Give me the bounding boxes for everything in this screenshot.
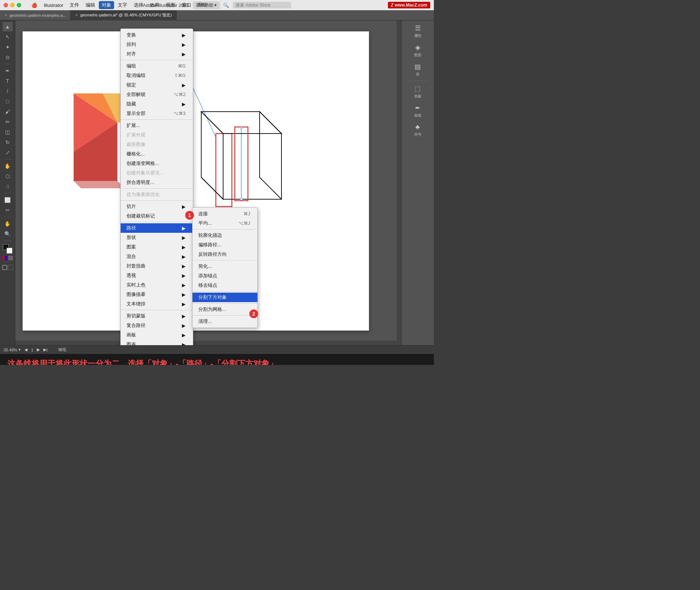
menu-transform[interactable]: 变换 ▶ bbox=[121, 30, 193, 40]
menu-graph[interactable]: 图表 ▶ bbox=[121, 340, 193, 345]
menu-arrange[interactable]: 排列 ▶ bbox=[121, 40, 193, 49]
menu-compound-path[interactable]: 复合路径 ▶ bbox=[121, 321, 193, 330]
tool-pencil[interactable]: ✏ bbox=[3, 117, 13, 127]
path-average[interactable]: 平均... ⌥⌘J bbox=[192, 219, 257, 228]
nav-end[interactable]: ▶| bbox=[43, 347, 47, 352]
path-remove-anchor[interactable]: 移去锚点 bbox=[192, 281, 257, 290]
tool-graph[interactable]: ⎍ bbox=[3, 182, 13, 191]
tool-select[interactable]: ▲ bbox=[3, 22, 13, 31]
tool-paintbrush[interactable]: 🖌 bbox=[3, 107, 13, 116]
canvas-area[interactable]: D: 8.41 in bbox=[15, 20, 401, 345]
panel-library[interactable]: ▤ 库 bbox=[403, 61, 432, 79]
zoom-value[interactable]: 35.48% bbox=[4, 348, 17, 352]
tab-0[interactable]: ✕ geometric-pattern-examples.a... bbox=[0, 10, 71, 20]
scrollbar-vertical[interactable] bbox=[397, 20, 401, 345]
menu-object[interactable]: 对象 bbox=[99, 1, 114, 9]
panel-swatches[interactable]: ⬚ 色板 bbox=[403, 82, 432, 101]
menu-edit[interactable]: 编辑 bbox=[83, 1, 98, 9]
tool-artboard[interactable]: ⬜ bbox=[3, 195, 13, 205]
menu-file[interactable]: 文件 bbox=[67, 1, 82, 9]
tool-lasso[interactable]: ⊙ bbox=[3, 53, 13, 62]
nav-prev[interactable]: ◀ bbox=[24, 347, 27, 352]
stroke-color[interactable] bbox=[7, 248, 12, 254]
menu-hide[interactable]: 隐藏 ▶ bbox=[121, 99, 193, 109]
tool-type[interactable]: T bbox=[3, 76, 13, 86]
menu-ungroup[interactable]: 取消编组 ⇧⌘G bbox=[121, 71, 193, 80]
tool-zoom[interactable]: 🔍 bbox=[3, 229, 13, 239]
menu-show-all[interactable]: 显示全部 ⌥⌘3 bbox=[121, 109, 193, 118]
path-offset[interactable]: 偏移路径... bbox=[192, 240, 257, 250]
object-menu-dropdown[interactable]: 变换 ▶ 排列 ▶ 对齐 ▶ 编组 ⌘G 取消编组 ⇧⌘G bbox=[120, 28, 193, 345]
path-split-grid[interactable]: 分割为网格... bbox=[192, 305, 257, 314]
nav-next[interactable]: ▶ bbox=[37, 347, 40, 352]
menu-clipping-mask[interactable]: 剪切蒙版 ▶ bbox=[121, 311, 193, 321]
path-divide-below[interactable]: 分割下方对象 bbox=[192, 293, 257, 302]
menu-rasterize[interactable]: 栅格化... bbox=[121, 149, 193, 159]
search-input[interactable] bbox=[233, 2, 291, 8]
menu-group[interactable]: 编组 ⌘G bbox=[121, 61, 193, 71]
menu-align[interactable]: 对齐 ▶ bbox=[121, 49, 193, 59]
zoom-dropdown-icon[interactable]: ▾ bbox=[19, 347, 21, 352]
tool-slice[interactable]: ✂ bbox=[3, 205, 13, 215]
scrollbar-horizontal[interactable] bbox=[15, 341, 397, 345]
tab-1[interactable]: ✕ geometric-pattern.ai* @ 35.48% (CMYK/G… bbox=[71, 10, 176, 20]
tool-magic-wand[interactable]: ✦ bbox=[3, 42, 13, 52]
path-reverse[interactable]: 反转路径方向 bbox=[192, 250, 257, 259]
minimize-button[interactable] bbox=[10, 3, 15, 7]
menu-live-paint[interactable]: 实时上色 ▶ bbox=[121, 280, 193, 290]
menu-crop-marks[interactable]: 创建裁切标记 bbox=[121, 211, 193, 221]
menu-path[interactable]: 路径 ▶ bbox=[121, 223, 193, 233]
menu-image-trace[interactable]: 图像描摹 ▶ bbox=[121, 290, 193, 299]
panel-symbols[interactable]: ♣ 符号 bbox=[403, 121, 432, 139]
path-submenu[interactable]: 连接 ⌘J 平均... ⌥⌘J 轮廓化描边 偏移路径... 反转路径方向 bbox=[192, 207, 258, 328]
tool-rotate[interactable]: ↻ bbox=[3, 138, 13, 147]
tool-pen[interactable]: ✒ bbox=[3, 66, 13, 76]
tool-blend[interactable]: ⬡ bbox=[3, 171, 13, 181]
tool-scale[interactable]: ⤢ bbox=[3, 148, 13, 157]
color-swatches[interactable] bbox=[3, 244, 12, 254]
panel-layers[interactable]: ◈ 图层 bbox=[403, 41, 432, 60]
tool-rect[interactable]: □ bbox=[3, 97, 13, 106]
none-box[interactable] bbox=[8, 256, 13, 260]
menu-gradient-mesh[interactable]: 创建渐变网格... bbox=[121, 159, 193, 168]
panel-brushes[interactable]: ✒ 画笔 bbox=[403, 102, 432, 120]
maximize-button[interactable] bbox=[17, 3, 21, 7]
tool-direct-select[interactable]: ↖ bbox=[3, 32, 13, 42]
menu-envelope[interactable]: 封套扭曲 ▶ bbox=[121, 261, 193, 271]
tool-eraser[interactable]: ◫ bbox=[3, 127, 13, 137]
menu-blend[interactable]: 混合 ▶ bbox=[121, 252, 193, 261]
tab-close-1[interactable]: ✕ bbox=[75, 13, 78, 17]
menu-flatten[interactable]: 拼合透明度... bbox=[121, 178, 193, 187]
panel-properties[interactable]: ☰ 属性 bbox=[403, 22, 432, 41]
menu-apple[interactable]: 🍎 bbox=[28, 2, 40, 9]
menu-slice[interactable]: 切片 ▶ bbox=[121, 202, 193, 211]
mode-normal[interactable] bbox=[2, 265, 7, 270]
workspace-selector[interactable]: 基本功能 ▾ bbox=[193, 1, 219, 9]
menu-artboard[interactable]: 画板 ▶ bbox=[121, 330, 193, 340]
menu-expand[interactable]: 扩展... bbox=[121, 121, 193, 130]
path-simplify[interactable]: 简化... bbox=[192, 262, 257, 271]
path-join[interactable]: 连接 ⌘J bbox=[192, 209, 257, 219]
path-outline-stroke[interactable]: 轮廓化描边 bbox=[192, 231, 257, 240]
path-average-shortcut: ⌥⌘J bbox=[238, 221, 250, 226]
path-add-anchor[interactable]: 添加锚点 bbox=[192, 271, 257, 281]
menu-unlock-all[interactable]: 全部解锁 ⌥⌘2 bbox=[121, 90, 193, 99]
tab-close-0[interactable]: ✕ bbox=[4, 13, 7, 17]
menu-shape[interactable]: 形状 ▶ bbox=[121, 233, 193, 242]
menu-image-trace-arrow: ▶ bbox=[182, 292, 186, 297]
menu-text-wrap[interactable]: 文本绕排 ▶ bbox=[121, 299, 193, 309]
path-clean-up[interactable]: 清理... bbox=[192, 317, 257, 326]
close-button[interactable] bbox=[4, 3, 8, 7]
menu-lock[interactable]: 锁定 ▶ bbox=[121, 80, 193, 90]
mode-behind[interactable] bbox=[8, 265, 13, 270]
menu-illustrator[interactable]: Illustrator bbox=[41, 2, 66, 9]
menu-unlock-all-shortcut: ⌥⌘2 bbox=[174, 92, 186, 97]
tool-line[interactable]: / bbox=[3, 86, 13, 96]
tool-hand[interactable]: ✋ bbox=[3, 219, 13, 228]
gradient-box[interactable] bbox=[3, 256, 7, 260]
menu-text[interactable]: 文字 bbox=[115, 1, 130, 9]
menu-perspective[interactable]: 透视 ▶ bbox=[121, 271, 193, 280]
tool-eyedropper[interactable]: ✋ bbox=[3, 161, 13, 171]
menu-pattern[interactable]: 图案 ▶ bbox=[121, 242, 193, 252]
zoom-control[interactable]: 35.48% ▾ bbox=[4, 347, 21, 352]
